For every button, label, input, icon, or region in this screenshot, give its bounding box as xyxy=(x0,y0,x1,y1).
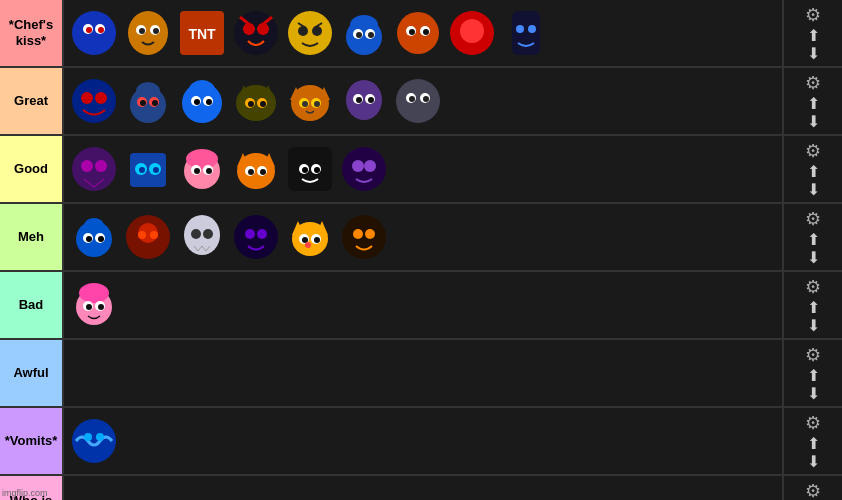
svg-point-71 xyxy=(409,96,415,102)
svg-point-44 xyxy=(189,80,215,100)
char-cat-orange xyxy=(284,75,336,127)
svg-point-62 xyxy=(314,101,320,107)
char-orange-fox xyxy=(230,143,282,195)
svg-point-72 xyxy=(423,96,429,102)
gear-icon-vomits[interactable]: ⚙ xyxy=(805,412,821,434)
gear-icon-meh[interactable]: ⚙ xyxy=(805,208,821,230)
gear-icon-great[interactable]: ⚙ xyxy=(805,72,821,94)
svg-point-133 xyxy=(86,304,92,310)
tier-row-bad: Bad ⚙ ⬆ ⬇ xyxy=(0,272,842,340)
svg-point-74 xyxy=(81,160,93,172)
tier-controls-meh: ⚙ ⬆ ⬇ xyxy=(782,204,842,270)
up-btn-bad[interactable]: ⬆ xyxy=(807,300,820,316)
tier-content-chefkiss: TNT xyxy=(62,0,782,66)
down-btn-meh[interactable]: ⬇ xyxy=(807,250,820,266)
char-blue-mech xyxy=(122,143,174,195)
char-white-ghost xyxy=(176,211,228,263)
up-btn-awful[interactable]: ⬆ xyxy=(807,368,820,384)
svg-point-123 xyxy=(302,237,308,243)
svg-point-61 xyxy=(302,101,308,107)
svg-point-4 xyxy=(98,27,104,33)
up-btn-good[interactable]: ⬆ xyxy=(807,164,820,180)
char-red-chaos xyxy=(122,211,174,263)
tier-content-meh xyxy=(62,204,782,270)
tier-controls-chefkiss: ⚙ ⬆ ⬇ xyxy=(782,0,842,66)
down-btn-chefkiss[interactable]: ⬇ xyxy=(807,46,820,62)
watermark: imgflip.com xyxy=(2,488,48,498)
svg-point-114 xyxy=(203,229,213,239)
svg-point-101 xyxy=(364,160,376,172)
svg-point-3 xyxy=(86,27,92,33)
tier-row-vomits: *Vomits* ⚙ ⬆ ⬇ xyxy=(0,408,842,476)
svg-point-110 xyxy=(138,231,146,239)
char-black-white xyxy=(284,143,336,195)
svg-point-86 xyxy=(206,168,212,174)
tier-content-vomits xyxy=(62,408,782,474)
tier-content-good xyxy=(62,136,782,202)
up-btn-meh[interactable]: ⬆ xyxy=(807,232,820,248)
char-dark-red xyxy=(230,7,282,59)
tier-label-vomits: *Vomits* xyxy=(0,408,62,474)
tier-row-meh: Meh xyxy=(0,204,842,272)
svg-point-36 xyxy=(95,92,107,104)
svg-point-82 xyxy=(186,149,218,169)
up-btn-vomits[interactable]: ⬆ xyxy=(807,436,820,452)
svg-point-48 xyxy=(206,99,212,105)
svg-point-22 xyxy=(356,32,362,38)
char-sonic-small xyxy=(68,211,120,263)
svg-rect-31 xyxy=(512,11,540,55)
svg-point-68 xyxy=(396,79,440,123)
svg-point-137 xyxy=(96,433,104,441)
svg-point-0 xyxy=(72,11,116,55)
char-dark-blue xyxy=(68,75,120,127)
tier-label-chefkiss: *Chef's kiss* xyxy=(0,0,62,66)
svg-point-107 xyxy=(98,236,104,242)
tier-content-whois xyxy=(62,476,782,500)
svg-point-117 xyxy=(257,229,267,239)
up-btn-chefkiss[interactable]: ⬆ xyxy=(807,28,820,44)
down-btn-bad[interactable]: ⬇ xyxy=(807,318,820,334)
char-purple-ghost xyxy=(338,75,390,127)
svg-point-32 xyxy=(516,25,524,33)
gear-icon-chefkiss[interactable]: ⚙ xyxy=(805,4,821,26)
svg-point-16 xyxy=(298,26,308,36)
svg-point-30 xyxy=(460,19,484,43)
char-dark-purple xyxy=(338,143,390,195)
char-pink-amy xyxy=(68,279,120,331)
svg-point-124 xyxy=(314,237,320,243)
svg-point-92 xyxy=(248,169,254,175)
tier-row-chefkiss: *Chef's kiss* TNT xyxy=(0,0,842,68)
down-btn-vomits[interactable]: ⬇ xyxy=(807,454,820,470)
svg-point-55 xyxy=(260,101,266,107)
tier-controls-good: ⚙ ⬆ ⬇ xyxy=(782,136,842,202)
gear-icon-good[interactable]: ⚙ xyxy=(805,140,821,162)
down-btn-good[interactable]: ⬇ xyxy=(807,182,820,198)
svg-point-42 xyxy=(152,100,158,106)
svg-point-34 xyxy=(72,79,116,123)
tier-label-meh: Meh xyxy=(0,204,62,270)
tier-row-whois: Who is this? ⚙ ⬆ ⬇ xyxy=(0,476,842,500)
tier-row-good: Good xyxy=(0,136,842,204)
down-btn-awful[interactable]: ⬇ xyxy=(807,386,820,402)
gear-icon-whois[interactable]: ⚙ xyxy=(805,480,821,500)
svg-point-17 xyxy=(312,26,322,36)
svg-text:TNT: TNT xyxy=(188,26,216,42)
svg-point-85 xyxy=(194,168,200,174)
tier-row-awful: Awful ⚙ ⬆ ⬇ xyxy=(0,340,842,408)
svg-point-38 xyxy=(136,82,160,100)
gear-icon-bad[interactable]: ⚙ xyxy=(805,276,821,298)
svg-point-63 xyxy=(346,80,382,120)
tier-controls-great: ⚙ ⬆ ⬇ xyxy=(782,68,842,134)
svg-point-75 xyxy=(95,160,107,172)
char-blue-tiny xyxy=(68,7,120,59)
up-btn-great[interactable]: ⬆ xyxy=(807,96,820,112)
svg-rect-94 xyxy=(288,147,332,191)
char-tnt: TNT xyxy=(176,7,228,59)
svg-point-128 xyxy=(365,229,375,239)
down-btn-great[interactable]: ⬇ xyxy=(807,114,820,130)
tier-controls-whois: ⚙ ⬆ ⬇ xyxy=(782,476,842,500)
gear-icon-awful[interactable]: ⚙ xyxy=(805,344,821,366)
svg-point-127 xyxy=(353,229,363,239)
char-pink-girl xyxy=(176,143,228,195)
svg-point-113 xyxy=(191,229,201,239)
